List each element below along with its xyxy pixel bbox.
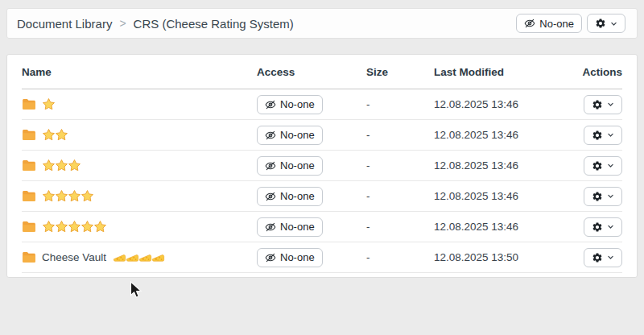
chevron-down-icon — [607, 223, 614, 230]
row-access-button[interactable]: No-one — [257, 187, 323, 206]
star-icon — [55, 189, 68, 203]
row-modified: 12.08.2025 13:46 — [434, 151, 564, 181]
cheese-icon — [138, 250, 152, 264]
table-row[interactable]: Cheese Vault No-one - 12.08.2025 13:50 — [22, 242, 622, 273]
eye-off-icon — [265, 191, 276, 202]
table-row[interactable]: No-one - 12.08.2025 13:46 — [22, 212, 622, 242]
row-actions-button[interactable] — [584, 126, 622, 145]
eye-off-icon — [265, 130, 276, 141]
rating-icons — [42, 97, 55, 111]
folder-icon — [22, 221, 36, 233]
chevron-down-icon — [607, 131, 614, 139]
star-icon — [55, 128, 68, 142]
star-icon — [68, 220, 81, 234]
star-icon — [80, 220, 94, 234]
column-header-name: Name — [22, 55, 257, 89]
row-access-button[interactable]: No-one — [257, 95, 323, 114]
rating-icons — [113, 250, 164, 264]
star-icon — [68, 159, 81, 172]
column-header-last-modified: Last Modified — [434, 55, 564, 89]
topbar-actions: No-one — [516, 14, 625, 33]
cheese-icon — [126, 250, 139, 264]
chevron-down-icon — [607, 162, 614, 169]
gear-icon — [592, 160, 603, 172]
row-size: - — [366, 242, 434, 273]
star-icon — [42, 128, 56, 142]
rating-icons — [42, 159, 80, 172]
folder-icon — [22, 129, 36, 141]
star-icon — [80, 189, 94, 203]
chevron-down-icon — [610, 20, 617, 27]
document-library-table-card: Name Access Size Last Modified Actions N… — [6, 54, 638, 278]
eye-off-icon — [265, 221, 276, 233]
row-modified: 12.08.2025 13:46 — [434, 89, 564, 120]
gear-icon — [595, 18, 606, 29]
row-actions-button[interactable] — [584, 187, 622, 206]
row-access-label: No-one — [280, 251, 315, 263]
row-modified: 12.08.2025 13:46 — [434, 212, 564, 242]
row-actions-button[interactable] — [584, 156, 622, 176]
row-modified: 12.08.2025 13:46 — [434, 120, 564, 151]
row-access-label: No-one — [280, 129, 315, 141]
row-actions-button[interactable] — [584, 95, 622, 114]
gear-icon — [592, 252, 603, 263]
cheese-icon — [151, 250, 165, 264]
row-actions-button[interactable] — [584, 217, 622, 237]
folder-name[interactable]: Cheese Vault — [42, 251, 106, 263]
breadcrumb-current: CRS (Cheese Rating System) — [134, 17, 294, 31]
chevron-down-icon — [607, 254, 614, 261]
folder-icon — [22, 251, 36, 263]
row-modified: 12.08.2025 13:50 — [434, 242, 564, 273]
row-access-label: No-one — [280, 159, 315, 172]
rating-icons — [42, 128, 68, 142]
topbar: Document Library > CRS (Cheese Rating Sy… — [6, 8, 638, 39]
table-row[interactable]: No-one - 12.08.2025 13:46 — [22, 89, 622, 120]
row-access-button[interactable]: No-one — [257, 126, 323, 145]
row-size: - — [366, 120, 434, 151]
eye-off-icon — [265, 160, 276, 172]
row-access-label: No-one — [280, 190, 315, 202]
gear-icon — [592, 99, 603, 110]
column-header-actions: Actions — [564, 55, 622, 89]
column-header-access: Access — [257, 55, 366, 89]
gear-icon — [592, 191, 603, 202]
mouse-cursor — [130, 281, 143, 302]
breadcrumb: Document Library > CRS (Cheese Rating Sy… — [17, 17, 294, 31]
row-size: - — [366, 212, 434, 242]
folder-icon — [22, 190, 36, 202]
star-icon — [55, 159, 68, 172]
star-icon — [42, 159, 56, 172]
star-icon — [55, 220, 68, 234]
table-body: No-one - 12.08.2025 13:46 No-one - — [22, 89, 622, 273]
folder-icon — [22, 98, 36, 110]
cheese-icon — [113, 250, 126, 264]
star-icon — [68, 189, 81, 203]
rating-icons — [42, 220, 106, 234]
row-size: - — [366, 151, 434, 181]
documents-table: Name Access Size Last Modified Actions N… — [22, 55, 622, 273]
settings-dropdown-button[interactable] — [587, 14, 625, 33]
table-row[interactable]: No-one - 12.08.2025 13:46 — [22, 151, 622, 181]
table-row[interactable]: No-one - 12.08.2025 13:46 — [22, 181, 622, 212]
column-header-size: Size — [366, 55, 434, 89]
row-access-label: No-one — [280, 221, 315, 233]
star-icon — [42, 97, 56, 111]
star-icon — [93, 220, 107, 234]
row-access-button[interactable]: No-one — [257, 156, 323, 176]
breadcrumb-parent[interactable]: Document Library — [17, 17, 112, 31]
row-access-button[interactable]: No-one — [257, 217, 323, 237]
table-row[interactable]: No-one - 12.08.2025 13:46 — [22, 120, 622, 151]
gear-icon — [592, 130, 603, 141]
access-noone-button[interactable]: No-one — [516, 14, 582, 33]
chevron-down-icon — [607, 101, 614, 108]
row-actions-button[interactable] — [584, 248, 622, 267]
row-access-button[interactable]: No-one — [257, 248, 323, 267]
chevron-down-icon — [607, 192, 614, 200]
eye-off-icon — [265, 99, 276, 110]
table-header-row: Name Access Size Last Modified Actions — [22, 55, 622, 89]
access-noone-label: No-one — [539, 18, 574, 30]
folder-icon — [22, 159, 36, 172]
eye-off-icon — [524, 18, 535, 29]
eye-off-icon — [265, 252, 276, 263]
row-size: - — [366, 89, 434, 120]
